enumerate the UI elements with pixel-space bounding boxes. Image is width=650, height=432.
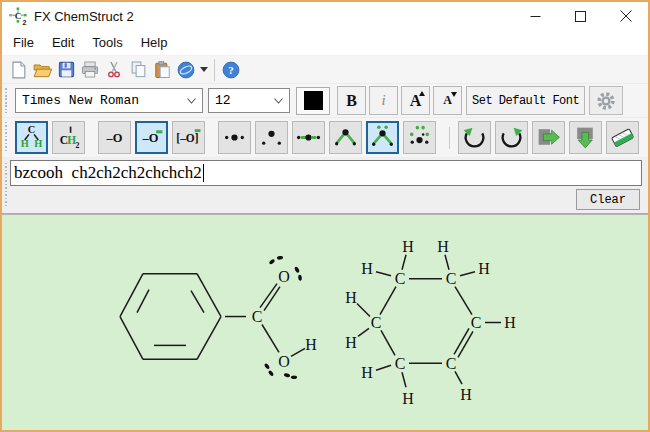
font-size-select[interactable]: 12 bbox=[208, 88, 290, 113]
svg-text:H: H bbox=[345, 334, 357, 351]
triangle-down-icon bbox=[451, 92, 457, 97]
chem-button-lewis-dots-row[interactable] bbox=[218, 121, 251, 154]
maximize-icon bbox=[575, 11, 586, 22]
window-controls bbox=[513, 2, 648, 30]
link-dropdown-button[interactable] bbox=[198, 57, 210, 83]
minimize-button[interactable] bbox=[513, 2, 558, 30]
cut-button[interactable] bbox=[102, 57, 126, 83]
molecule-benzoic-acid: COOH bbox=[120, 256, 317, 380]
bracket-o-anion-icon: [–O] bbox=[175, 124, 202, 151]
chem-button-bond-angle[interactable] bbox=[329, 121, 362, 154]
svg-text:[–O]: [–O] bbox=[176, 132, 198, 144]
toolbar-separator bbox=[449, 127, 450, 149]
ch2-condensed-icon: C H 2 bbox=[55, 124, 82, 151]
svg-text:?: ? bbox=[228, 63, 233, 75]
toolbar-grip[interactable] bbox=[4, 122, 9, 153]
toolbar-grip[interactable] bbox=[4, 88, 9, 113]
structure-canvas[interactable]: COOHCCCCCCHHHHHHHHHH bbox=[2, 214, 648, 430]
svg-text:H: H bbox=[361, 260, 373, 277]
link-button[interactable] bbox=[174, 57, 198, 83]
chem-button-rotate-cw[interactable] bbox=[495, 121, 528, 154]
increase-font-button[interactable]: A bbox=[401, 86, 430, 115]
file-toolbar: ? bbox=[2, 56, 648, 84]
chem-button-insert-down[interactable] bbox=[569, 121, 602, 154]
chem-button-bond-angle-lone-pairs[interactable] bbox=[366, 121, 399, 154]
chevron-down-icon bbox=[274, 98, 283, 104]
chem-button-insert-right[interactable] bbox=[532, 121, 565, 154]
font-settings-button[interactable] bbox=[589, 86, 623, 115]
save-button[interactable] bbox=[54, 57, 78, 83]
chevron-down-icon bbox=[187, 98, 196, 104]
chem-button-eraser[interactable] bbox=[606, 121, 639, 154]
font-family-select[interactable]: Times New Roman bbox=[15, 88, 203, 113]
svg-text:H: H bbox=[402, 238, 414, 255]
font-color-button[interactable] bbox=[296, 87, 330, 115]
chem-button-ch2-condensed[interactable]: C H 2 bbox=[52, 121, 85, 154]
bold-button[interactable]: B bbox=[337, 86, 366, 115]
chem-button-rotate-ccw[interactable] bbox=[458, 121, 491, 154]
molecule-cyclohexene: CCCCCCHHHHHHHHHH bbox=[345, 238, 516, 406]
rotate-cw-icon bbox=[498, 124, 525, 151]
maximize-button[interactable] bbox=[558, 2, 603, 30]
app-logo-icon: C 2 bbox=[8, 6, 28, 26]
svg-text:H: H bbox=[34, 138, 42, 149]
svg-text:C: C bbox=[15, 11, 22, 21]
clear-button[interactable]: Clear bbox=[576, 189, 640, 210]
title-bar: C 2 FX ChemStruct 2 bbox=[2, 2, 648, 30]
rotate-ccw-icon bbox=[461, 124, 488, 151]
set-default-font-button[interactable]: Set Default Font bbox=[466, 86, 585, 115]
insert-down-arrow-icon bbox=[572, 124, 599, 151]
chem-button-electron-cloud[interactable] bbox=[403, 121, 436, 154]
formula-input[interactable]: bzcooh ch2ch2ch2chchch2 bbox=[10, 160, 642, 186]
chem-button-bracket-o-anion[interactable]: [–O] bbox=[172, 121, 205, 154]
close-button[interactable] bbox=[603, 2, 648, 30]
svg-text:H: H bbox=[504, 314, 516, 331]
gear-icon bbox=[595, 90, 617, 112]
chem-button-bond-o[interactable]: –O bbox=[98, 121, 131, 154]
print-button[interactable] bbox=[78, 57, 102, 83]
copy-button[interactable] bbox=[126, 57, 150, 83]
close-icon bbox=[620, 10, 632, 22]
chem-button-ch-structural[interactable]: C H H bbox=[15, 121, 48, 154]
open-button[interactable] bbox=[30, 57, 54, 83]
svg-text:H: H bbox=[345, 289, 357, 306]
formula-input-area: bzcooh ch2ch2ch2chchch2 Clear bbox=[2, 157, 648, 214]
svg-text:C: C bbox=[446, 355, 457, 372]
minimize-icon bbox=[530, 11, 541, 22]
svg-text:H: H bbox=[305, 336, 317, 353]
toolbar-grip[interactable] bbox=[4, 163, 9, 207]
text-cursor bbox=[203, 164, 204, 182]
svg-text:C: C bbox=[471, 314, 482, 331]
electron-cloud-icon bbox=[406, 124, 433, 151]
svg-text:C: C bbox=[446, 270, 457, 287]
open-folder-icon bbox=[32, 60, 53, 80]
chem-button-bond-o-anion[interactable]: –O bbox=[135, 121, 168, 154]
print-icon bbox=[80, 60, 100, 79]
menu-edit[interactable]: Edit bbox=[43, 30, 83, 55]
lewis-dots-bent-icon bbox=[258, 124, 285, 151]
copy-icon bbox=[129, 60, 148, 79]
font-toolbar: Times New Roman 12 B i A A bbox=[2, 84, 648, 118]
menu-help[interactable]: Help bbox=[132, 30, 177, 55]
svg-text:O: O bbox=[278, 353, 290, 370]
toolbar-separator bbox=[214, 59, 215, 81]
bond-dots-linear-icon bbox=[295, 124, 322, 151]
bond-angle-icon bbox=[332, 124, 359, 151]
cut-scissors-icon bbox=[105, 60, 123, 79]
svg-text:H: H bbox=[402, 390, 414, 407]
svg-text:C: C bbox=[395, 270, 406, 287]
decrease-font-button[interactable]: A bbox=[433, 86, 462, 115]
bond-angle-lone-pairs-icon bbox=[369, 124, 396, 151]
chem-button-bond-dots-linear[interactable] bbox=[292, 121, 325, 154]
chem-toolbar: C H H C H 2 –O –O bbox=[2, 118, 648, 157]
menu-tools[interactable]: Tools bbox=[83, 30, 131, 55]
menu-file[interactable]: File bbox=[4, 30, 43, 55]
help-button[interactable]: ? bbox=[219, 57, 243, 83]
svg-text:H: H bbox=[478, 260, 490, 277]
svg-text:–O: –O bbox=[142, 131, 159, 145]
window-title: FX ChemStruct 2 bbox=[34, 9, 134, 24]
italic-button[interactable]: i bbox=[369, 86, 398, 115]
paste-button[interactable] bbox=[150, 57, 174, 83]
new-document-button[interactable] bbox=[6, 57, 30, 83]
chem-button-lewis-dots-bent[interactable] bbox=[255, 121, 288, 154]
